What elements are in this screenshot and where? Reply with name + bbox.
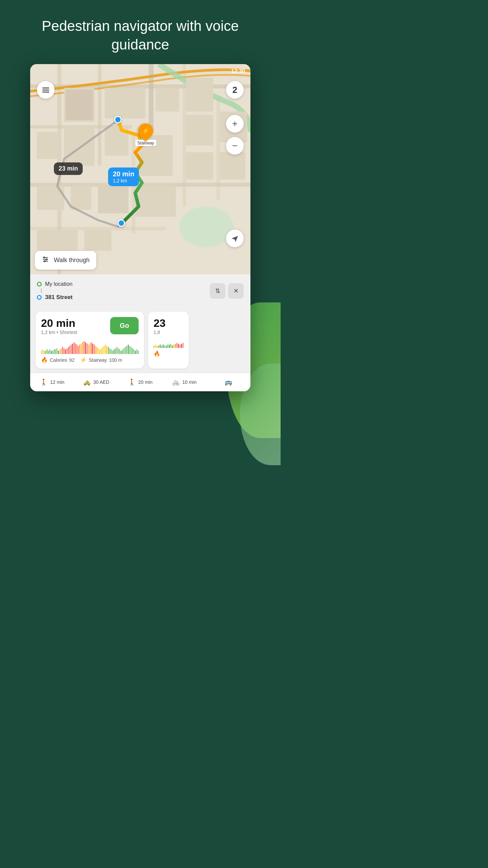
secondary-elevation-bar: [164, 346, 165, 348]
elevation-bar: [94, 344, 95, 354]
elevation-bar: [98, 348, 99, 354]
elevation-bar: [124, 348, 124, 354]
elevation-bar: [109, 348, 110, 354]
calories-label: Calories: [50, 357, 67, 363]
elevation-bar: [119, 349, 120, 354]
stairway-item: ⚡ Stairway 100 m: [80, 357, 122, 363]
stairway-pin[interactable]: ⚡ Stairway: [135, 123, 156, 146]
elevation-bar: [122, 349, 123, 354]
my-location-button[interactable]: [226, 230, 244, 247]
svg-rect-29: [37, 230, 78, 251]
secondary-elevation-bar: [169, 344, 170, 348]
elevation-bar: [47, 349, 47, 354]
primary-route-info: 1,2 km • Shortest: [41, 330, 77, 335]
secondary-elevation-bar: [170, 344, 171, 348]
svg-point-34: [44, 257, 45, 258]
route-connector-line: [41, 289, 42, 293]
secondary-calories-row: 🔥: [154, 351, 183, 357]
bike-icon: 🚲: [172, 378, 180, 386]
elevation-bar: [121, 351, 121, 354]
primary-route-card[interactable]: 20 min 1,2 km • Shortest Go 🔥 Calories 9…: [36, 312, 144, 369]
elevation-bar: [118, 348, 119, 354]
svg-rect-24: [98, 186, 128, 213]
secondary-elevation-bar: [155, 344, 156, 348]
elevation-bar: [61, 348, 62, 354]
elevation-bar: [84, 341, 84, 354]
secondary-elevation-bar: [167, 344, 168, 348]
elevation-bar: [75, 343, 76, 354]
close-route-button[interactable]: ✕: [228, 283, 244, 299]
elevation-bar: [117, 347, 117, 354]
map-time: 12:30: [231, 68, 245, 74]
elevation-bar: [102, 347, 103, 354]
destination-dot: [37, 295, 42, 300]
elevation-bar: [115, 348, 116, 354]
elevation-bar: [97, 347, 97, 354]
elevation-bar: [106, 346, 107, 354]
svg-rect-20: [186, 115, 213, 145]
elevation-bar: [87, 343, 87, 354]
zoom-in-button[interactable]: +: [226, 115, 244, 133]
nav-tab-bike[interactable]: 🚲 10 min: [162, 378, 206, 386]
page-title: Pedestrian navigator with voice guidance: [0, 0, 281, 64]
elevation-bar: [48, 351, 49, 354]
primary-route-duration: 20 min: [41, 317, 77, 330]
svg-rect-9: [217, 98, 220, 200]
secondary-elevation-bar: [158, 346, 159, 348]
secondary-calories-icon: 🔥: [154, 351, 160, 357]
secondary-elevation-bar: [160, 344, 161, 348]
elevation-bar: [69, 346, 70, 354]
svg-point-36: [44, 261, 45, 262]
elevation-bar: [99, 349, 100, 354]
map-layers-button[interactable]: [37, 81, 55, 99]
elevation-bar: [128, 344, 128, 354]
svg-rect-16: [37, 132, 57, 159]
elevation-bar: [105, 344, 106, 354]
elevation-bar: [57, 348, 57, 354]
elevation-bar: [74, 342, 75, 354]
walk-through-button[interactable]: Walk through: [35, 251, 96, 270]
go-button[interactable]: Go: [110, 317, 139, 334]
elevation-bar: [54, 349, 55, 354]
steps-count-badge[interactable]: 2: [226, 81, 244, 99]
nav-tab-walk[interactable]: 🚶 12 min: [30, 378, 74, 386]
elevation-bar: [114, 349, 114, 354]
elevation-bar: [65, 349, 66, 354]
elevation-bar: [135, 351, 136, 354]
stairway-stat-label: Stairway: [89, 357, 107, 363]
elevation-bar: [134, 349, 134, 354]
route-cards-list: 20 min 1,2 km • Shortest Go 🔥 Calories 9…: [30, 308, 250, 373]
elevation-bar: [64, 348, 64, 354]
swap-route-button[interactable]: ⇅: [210, 283, 225, 299]
secondary-elevation-bar: [178, 344, 179, 348]
elevation-bar: [129, 346, 130, 354]
svg-point-28: [179, 206, 233, 247]
route-endpoints: My location 381 Street: [37, 280, 206, 302]
elevation-bar: [82, 342, 83, 354]
secondary-route-card[interactable]: 23 1,8 🔥: [148, 312, 189, 369]
phone-frame: 12:30 2 ⚡ Stairway +: [30, 64, 250, 391]
bottom-panel: My location 381 Street ⇅ ✕: [30, 274, 250, 391]
svg-rect-8: [183, 64, 186, 206]
secondary-elevation-bar: [166, 346, 167, 348]
bus-icon: 🚌: [225, 378, 232, 386]
bike-time: 10 min: [182, 379, 197, 385]
nav-tab-bus[interactable]: 🚌: [206, 378, 250, 386]
nav-tab-pedestrian[interactable]: 🚶 20 min: [118, 378, 162, 386]
svg-rect-14: [156, 88, 179, 112]
elevation-bar: [138, 351, 139, 354]
main-route-bubble: 20 min 1,2 km: [108, 167, 139, 186]
secondary-elevation-chart: [154, 338, 183, 348]
pedestrian-icon: 🚶: [128, 378, 136, 386]
nav-tab-taxi[interactable]: 🚕 30 AED: [74, 378, 118, 386]
elevation-bar: [55, 349, 56, 354]
zoom-out-button[interactable]: −: [226, 137, 244, 155]
secondary-elevation-bar: [175, 344, 176, 348]
calories-value: 92: [69, 357, 75, 363]
walk-time: 12 min: [50, 379, 64, 385]
elevation-bar: [71, 344, 72, 354]
map-container: 12:30 2 ⚡ Stairway +: [30, 64, 250, 274]
calories-icon: 🔥: [41, 357, 48, 363]
route-stats-row: 🔥 Calories 92 ⚡ Stairway 100 m: [41, 357, 139, 363]
elevation-bar: [92, 343, 93, 354]
